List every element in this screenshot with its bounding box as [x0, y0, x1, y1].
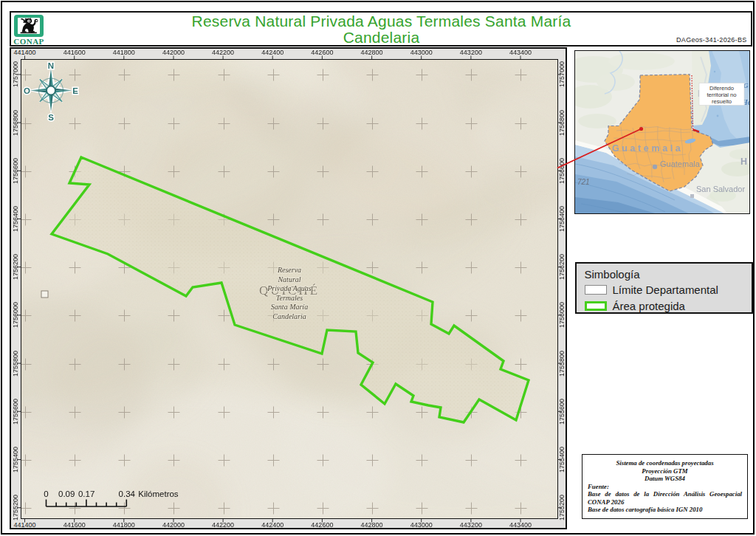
svg-text:Candelaria: Candelaria: [272, 312, 306, 320]
svg-text:Termales: Termales: [276, 294, 303, 302]
svg-text:N: N: [48, 61, 54, 70]
svg-text:Diferendo: Diferendo: [709, 84, 734, 91]
svg-text:721: 721: [577, 178, 590, 186]
svg-text:0: 0: [44, 489, 48, 498]
svg-text:territorial no: territorial no: [707, 91, 736, 97]
svg-text:San Salvador: San Salvador: [696, 185, 745, 193]
svg-text:Kilómetros: Kilómetros: [138, 489, 179, 498]
svg-text:G u: G u: [743, 82, 750, 89]
svg-text:resuelto: resuelto: [711, 97, 731, 104]
svg-text:Guatemala: Guatemala: [660, 159, 701, 168]
svg-text:O: O: [24, 86, 30, 95]
svg-text:S: S: [48, 113, 54, 122]
svg-text:E: E: [72, 86, 78, 95]
svg-text:Ho: Ho: [740, 157, 750, 167]
svg-text:Reserva: Reserva: [277, 266, 301, 274]
svg-text:Santa María: Santa María: [271, 303, 308, 311]
svg-text:Natural: Natural: [277, 275, 300, 284]
svg-text:0.17: 0.17: [78, 489, 94, 498]
svg-text:Guatemala: Guatemala: [612, 143, 683, 154]
svg-text:0.09: 0.09: [58, 489, 75, 498]
svg-text:0.34: 0.34: [119, 489, 136, 498]
svg-text:Privada Aguas: Privada Aguas: [267, 284, 312, 292]
